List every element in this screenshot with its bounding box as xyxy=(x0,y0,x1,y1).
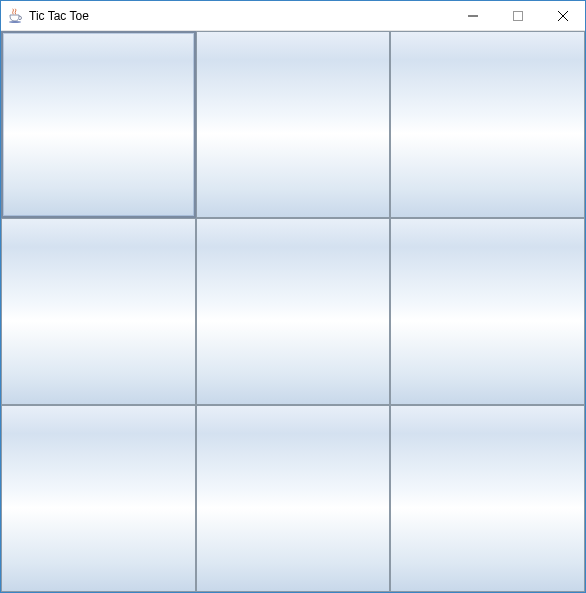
window-title: Tic Tac Toe xyxy=(29,1,450,31)
cell-2-2[interactable] xyxy=(390,405,585,592)
cell-1-2[interactable] xyxy=(390,218,585,405)
maximize-button xyxy=(495,1,540,30)
maximize-icon xyxy=(513,11,523,21)
cell-0-0[interactable] xyxy=(1,31,196,218)
svg-rect-2 xyxy=(513,11,522,20)
cell-2-1[interactable] xyxy=(196,405,391,592)
cell-0-1[interactable] xyxy=(196,31,391,218)
app-window: Tic Tac Toe xyxy=(0,0,586,593)
title-bar: Tic Tac Toe xyxy=(1,1,585,31)
cell-0-2[interactable] xyxy=(390,31,585,218)
cell-1-0[interactable] xyxy=(1,218,196,405)
game-board xyxy=(1,31,585,592)
svg-point-0 xyxy=(9,21,21,23)
cell-2-0[interactable] xyxy=(1,405,196,592)
close-button[interactable] xyxy=(540,1,585,30)
minimize-icon xyxy=(468,11,478,21)
cell-1-1[interactable] xyxy=(196,218,391,405)
minimize-button[interactable] xyxy=(450,1,495,30)
close-icon xyxy=(558,11,568,21)
java-cup-icon xyxy=(7,8,23,24)
window-controls xyxy=(450,1,585,30)
